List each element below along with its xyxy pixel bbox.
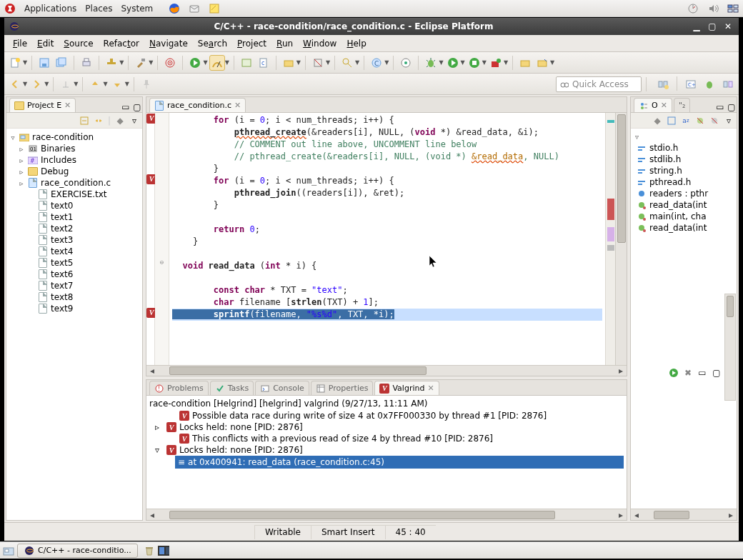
collapse-all-icon[interactable] bbox=[79, 116, 89, 126]
valgrind-row[interactable]: ▹VLocks held: none [PID: 2876] bbox=[149, 421, 624, 433]
menu-file[interactable]: File bbox=[9, 37, 31, 50]
save-button[interactable] bbox=[36, 55, 52, 71]
run-valgrind-icon[interactable] bbox=[669, 368, 679, 378]
close-icon[interactable]: ✕ bbox=[661, 101, 667, 110]
firefox-icon[interactable] bbox=[169, 3, 180, 14]
nav-folder-button[interactable] bbox=[517, 55, 533, 71]
bottom-tab-console[interactable]: Console bbox=[255, 381, 309, 395]
quick-access[interactable]: Quick Access bbox=[556, 76, 642, 92]
window-titlebar[interactable]: C/C++ - race-condition/race_condition.c … bbox=[4, 18, 739, 35]
menu-edit[interactable]: Edit bbox=[33, 37, 58, 50]
close-icon[interactable]: ✕ bbox=[427, 384, 434, 393]
close-button[interactable]: ✕ bbox=[722, 21, 734, 32]
tree-includes[interactable]: ▹#Includes bbox=[8, 154, 141, 166]
menu-project[interactable]: Project bbox=[233, 37, 271, 50]
tree-file[interactable]: EXERCISE.txt bbox=[8, 189, 141, 200]
source-editor[interactable]: VVV ⊖ for (i = 0; i < num_threads; i++) … bbox=[146, 113, 627, 365]
back-button[interactable] bbox=[7, 76, 23, 92]
maximize-button[interactable]: ▢ bbox=[706, 21, 719, 32]
tree-file[interactable]: text8 bbox=[8, 291, 141, 303]
new-source-button[interactable]: c bbox=[256, 55, 271, 71]
menu-navigate[interactable]: Navigate bbox=[145, 37, 192, 50]
menu-source[interactable]: Source bbox=[59, 37, 97, 50]
outline-item[interactable]: read_data(int bbox=[635, 199, 735, 211]
outline-item[interactable]: stdlib.h bbox=[635, 154, 735, 165]
focus-icon[interactable]: ◆ bbox=[115, 116, 125, 126]
perspective-resource[interactable] bbox=[720, 76, 736, 92]
tree-file[interactable]: text7 bbox=[8, 280, 141, 291]
workspace-switcher-icon[interactable] bbox=[727, 3, 739, 14]
pin-button[interactable] bbox=[139, 76, 154, 92]
gnome-menu-applications[interactable]: Applications bbox=[24, 4, 76, 14]
new-folder-button[interactable] bbox=[281, 55, 296, 71]
bottom-tab-problems[interactable]: !Problems bbox=[149, 381, 209, 395]
editor-vscroll[interactable] bbox=[615, 113, 627, 365]
outline-hscroll[interactable]: ◂▸ bbox=[631, 509, 737, 520]
maximize-view-icon[interactable]: ▢ bbox=[132, 102, 142, 112]
show-desktop-icon[interactable] bbox=[3, 545, 14, 556]
external-button[interactable] bbox=[488, 55, 504, 71]
taskbar-item[interactable]: C/C++ - race-conditio... bbox=[17, 544, 138, 558]
outline-item[interactable]: main(int, cha bbox=[635, 211, 735, 222]
maximize-view-icon[interactable]: ▢ bbox=[712, 368, 722, 378]
outline-item[interactable]: readers : pthr bbox=[635, 188, 735, 199]
menu-search[interactable]: Search bbox=[194, 37, 231, 50]
tree-binaries[interactable]: ▹01Binaries bbox=[8, 143, 141, 154]
last-edit-button[interactable] bbox=[58, 76, 74, 92]
minimize-button[interactable]: ▁ bbox=[690, 21, 703, 32]
view-menu-icon[interactable]: ▿ bbox=[724, 116, 734, 126]
close-icon[interactable]: ✕ bbox=[64, 101, 71, 110]
perspective-cpp[interactable]: C+ bbox=[683, 76, 699, 92]
save-all-button[interactable] bbox=[54, 55, 69, 71]
minimize-view-icon[interactable]: ▭ bbox=[121, 102, 131, 112]
outline-item[interactable]: stdio.h bbox=[635, 142, 735, 154]
tree-file[interactable]: text0 bbox=[8, 200, 141, 211]
notes-icon[interactable] bbox=[209, 3, 220, 14]
new-button[interactable] bbox=[7, 55, 23, 71]
remove-icon[interactable]: ✖ bbox=[683, 368, 693, 378]
forward-button[interactable] bbox=[29, 76, 44, 92]
cpu-monitor-icon[interactable] bbox=[687, 3, 699, 14]
valgrind-hscroll[interactable]: ◂ ▸ bbox=[146, 509, 627, 520]
search-button[interactable] bbox=[339, 55, 355, 71]
minimize-view-icon[interactable]: ▭ bbox=[697, 368, 707, 378]
tree-file[interactable]: text9 bbox=[8, 303, 141, 314]
target-button[interactable] bbox=[162, 55, 178, 71]
tree-file[interactable]: text2 bbox=[8, 223, 141, 234]
debug-button[interactable] bbox=[423, 55, 439, 71]
valgrind-vscroll[interactable] bbox=[724, 294, 736, 401]
hammer-button[interactable] bbox=[133, 55, 149, 71]
editor-tab[interactable]: race_condition.c ✕ bbox=[149, 98, 246, 112]
perspective-debug[interactable] bbox=[702, 76, 717, 92]
valgrind-row[interactable]: VThis conflicts with a previous read of … bbox=[149, 433, 624, 444]
outline-item[interactable]: read_data(int bbox=[635, 222, 735, 234]
nav-source-button[interactable] bbox=[534, 55, 550, 71]
valgrind-row[interactable]: ▿VLocks held: none [PID: 2876] bbox=[149, 444, 624, 456]
menu-refactor[interactable]: Refactor bbox=[99, 37, 144, 50]
sort-icon[interactable] bbox=[667, 116, 677, 126]
outline-item[interactable]: pthread.h bbox=[635, 176, 735, 188]
run2-button[interactable] bbox=[445, 55, 461, 71]
tree-file[interactable]: text6 bbox=[8, 269, 141, 280]
hide-fields-icon[interactable] bbox=[695, 116, 705, 126]
menu-run[interactable]: Run bbox=[272, 37, 297, 50]
valgrind-row[interactable]: VPossible data race during write of size… bbox=[149, 410, 624, 421]
open-perspective-button[interactable] bbox=[655, 76, 671, 92]
next-annotation-button[interactable] bbox=[109, 76, 125, 92]
project-explorer-tab[interactable]: Project E ✕ bbox=[9, 98, 76, 112]
project-root[interactable]: ▿race-condition bbox=[8, 131, 141, 143]
bottom-tab-properties[interactable]: Properties bbox=[311, 381, 374, 395]
profile-button[interactable] bbox=[209, 55, 225, 71]
open-task-button[interactable] bbox=[398, 55, 414, 71]
tree-file[interactable]: text4 bbox=[8, 246, 141, 257]
outline-tab[interactable]: O ✕ bbox=[634, 98, 672, 112]
link-editor-icon[interactable] bbox=[94, 116, 104, 126]
prev-annotation-button[interactable] bbox=[87, 76, 103, 92]
view-menu-icon[interactable]: ▿ bbox=[129, 116, 139, 126]
trash-icon[interactable] bbox=[144, 545, 155, 556]
minimize-view-icon[interactable]: ▭ bbox=[715, 102, 725, 112]
overview-ruler[interactable] bbox=[605, 113, 615, 365]
az-icon[interactable]: az bbox=[681, 116, 691, 126]
new-class-button[interactable] bbox=[239, 55, 254, 71]
build-button[interactable] bbox=[104, 55, 119, 71]
